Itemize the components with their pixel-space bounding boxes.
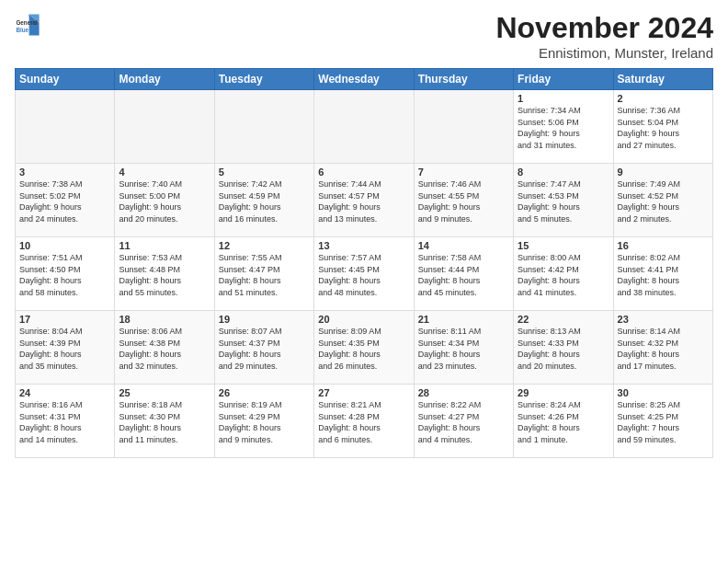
month-title: November 2024 — [495, 11, 713, 45]
day-info: Sunrise: 8:04 AM Sunset: 4:39 PM Dayligh… — [19, 326, 110, 372]
day-info: Sunrise: 7:47 AM Sunset: 4:53 PM Dayligh… — [518, 178, 609, 224]
day-number: 26 — [219, 387, 310, 398]
day-number: 8 — [518, 167, 609, 178]
day-info: Sunrise: 8:19 AM Sunset: 4:29 PM Dayligh… — [219, 399, 310, 445]
logo-icon: General Blue — [15, 11, 40, 37]
cell-w3-d6: 23Sunrise: 8:14 AM Sunset: 4:32 PM Dayli… — [613, 311, 712, 385]
day-info: Sunrise: 7:44 AM Sunset: 4:57 PM Dayligh… — [318, 178, 409, 224]
day-number: 15 — [518, 240, 609, 251]
day-number: 23 — [618, 314, 709, 325]
day-info: Sunrise: 8:21 AM Sunset: 4:28 PM Dayligh… — [318, 399, 409, 445]
day-number: 30 — [618, 387, 709, 398]
header-wednesday: Wednesday — [314, 69, 414, 90]
calendar-table: Sunday Monday Tuesday Wednesday Thursday… — [15, 68, 713, 458]
day-info: Sunrise: 8:22 AM Sunset: 4:27 PM Dayligh… — [418, 399, 509, 445]
cell-w4-d4: 28Sunrise: 8:22 AM Sunset: 4:27 PM Dayli… — [414, 385, 513, 458]
day-number: 24 — [19, 387, 110, 398]
day-number: 27 — [318, 387, 409, 398]
cell-w2-d6: 16Sunrise: 8:02 AM Sunset: 4:41 PM Dayli… — [613, 237, 712, 311]
day-number: 22 — [518, 314, 609, 325]
day-info: Sunrise: 7:46 AM Sunset: 4:55 PM Dayligh… — [418, 178, 509, 224]
day-number: 7 — [418, 167, 509, 178]
cell-w1-d5: 8Sunrise: 7:47 AM Sunset: 4:53 PM Daylig… — [514, 164, 613, 237]
cell-w0-d3 — [314, 90, 414, 164]
cell-w2-d0: 10Sunrise: 7:51 AM Sunset: 4:50 PM Dayli… — [16, 237, 115, 311]
cell-w3-d0: 17Sunrise: 8:04 AM Sunset: 4:39 PM Dayli… — [16, 311, 115, 385]
header-friday: Friday — [514, 69, 613, 90]
cell-w4-d1: 25Sunrise: 8:18 AM Sunset: 4:30 PM Dayli… — [115, 385, 214, 458]
cell-w1-d6: 9Sunrise: 7:49 AM Sunset: 4:52 PM Daylig… — [613, 164, 712, 237]
cell-w0-d1 — [115, 90, 214, 164]
cell-w4-d3: 27Sunrise: 8:21 AM Sunset: 4:28 PM Dayli… — [314, 385, 414, 458]
week-row-1: 3Sunrise: 7:38 AM Sunset: 5:02 PM Daylig… — [16, 164, 713, 237]
day-number: 10 — [19, 240, 110, 251]
cell-w4-d0: 24Sunrise: 8:16 AM Sunset: 4:31 PM Dayli… — [16, 385, 115, 458]
cell-w1-d3: 6Sunrise: 7:44 AM Sunset: 4:57 PM Daylig… — [314, 164, 414, 237]
day-number: 25 — [119, 387, 210, 398]
day-info: Sunrise: 8:13 AM Sunset: 4:33 PM Dayligh… — [518, 326, 609, 372]
day-info: Sunrise: 8:16 AM Sunset: 4:31 PM Dayligh… — [19, 399, 110, 445]
day-number: 18 — [119, 314, 210, 325]
day-info: Sunrise: 8:14 AM Sunset: 4:32 PM Dayligh… — [618, 326, 709, 372]
day-number: 6 — [318, 167, 409, 178]
cell-w0-d6: 2Sunrise: 7:36 AM Sunset: 5:04 PM Daylig… — [613, 90, 712, 164]
cell-w2-d5: 15Sunrise: 8:00 AM Sunset: 4:42 PM Dayli… — [514, 237, 613, 311]
cell-w3-d5: 22Sunrise: 8:13 AM Sunset: 4:33 PM Dayli… — [514, 311, 613, 385]
day-number: 21 — [418, 314, 509, 325]
header: General Blue November 2024 Ennistimon, M… — [15, 11, 713, 61]
cell-w3-d2: 19Sunrise: 8:07 AM Sunset: 4:37 PM Dayli… — [214, 311, 313, 385]
day-info: Sunrise: 7:53 AM Sunset: 4:48 PM Dayligh… — [119, 252, 210, 298]
logo: General Blue — [15, 11, 40, 37]
cell-w3-d1: 18Sunrise: 8:06 AM Sunset: 4:38 PM Dayli… — [115, 311, 214, 385]
day-number: 28 — [418, 387, 509, 398]
cell-w4-d2: 26Sunrise: 8:19 AM Sunset: 4:29 PM Dayli… — [214, 385, 313, 458]
week-row-0: 1Sunrise: 7:34 AM Sunset: 5:06 PM Daylig… — [16, 90, 713, 164]
day-info: Sunrise: 7:42 AM Sunset: 4:59 PM Dayligh… — [219, 178, 310, 224]
cell-w4-d6: 30Sunrise: 8:25 AM Sunset: 4:25 PM Dayli… — [613, 385, 712, 458]
header-sunday: Sunday — [16, 69, 115, 90]
day-info: Sunrise: 8:07 AM Sunset: 4:37 PM Dayligh… — [219, 326, 310, 372]
day-number: 16 — [618, 240, 709, 251]
day-info: Sunrise: 7:40 AM Sunset: 5:00 PM Dayligh… — [119, 178, 210, 224]
day-number: 29 — [518, 387, 609, 398]
day-number: 3 — [19, 167, 110, 178]
day-number: 17 — [19, 314, 110, 325]
subtitle: Ennistimon, Munster, Ireland — [495, 45, 713, 61]
day-info: Sunrise: 8:11 AM Sunset: 4:34 PM Dayligh… — [418, 326, 509, 372]
day-info: Sunrise: 8:09 AM Sunset: 4:35 PM Dayligh… — [318, 326, 409, 372]
day-number: 19 — [219, 314, 310, 325]
header-tuesday: Tuesday — [214, 69, 313, 90]
cell-w0-d5: 1Sunrise: 7:34 AM Sunset: 5:06 PM Daylig… — [514, 90, 613, 164]
day-number: 2 — [618, 93, 709, 104]
day-info: Sunrise: 8:02 AM Sunset: 4:41 PM Dayligh… — [618, 252, 709, 298]
header-monday: Monday — [115, 69, 214, 90]
cell-w4-d5: 29Sunrise: 8:24 AM Sunset: 4:26 PM Dayli… — [514, 385, 613, 458]
day-number: 20 — [318, 314, 409, 325]
day-number: 4 — [119, 167, 210, 178]
day-info: Sunrise: 8:06 AM Sunset: 4:38 PM Dayligh… — [119, 326, 210, 372]
day-number: 14 — [418, 240, 509, 251]
weekday-header-row: Sunday Monday Tuesday Wednesday Thursday… — [16, 69, 713, 90]
cell-w1-d4: 7Sunrise: 7:46 AM Sunset: 4:55 PM Daylig… — [414, 164, 513, 237]
cell-w0-d4 — [414, 90, 513, 164]
cell-w2-d2: 12Sunrise: 7:55 AM Sunset: 4:47 PM Dayli… — [214, 237, 313, 311]
week-row-2: 10Sunrise: 7:51 AM Sunset: 4:50 PM Dayli… — [16, 237, 713, 311]
day-number: 12 — [219, 240, 310, 251]
day-info: Sunrise: 7:34 AM Sunset: 5:06 PM Dayligh… — [518, 105, 609, 151]
day-info: Sunrise: 7:55 AM Sunset: 4:47 PM Dayligh… — [219, 252, 310, 298]
day-info: Sunrise: 8:25 AM Sunset: 4:25 PM Dayligh… — [618, 399, 709, 445]
title-block: November 2024 Ennistimon, Munster, Irela… — [495, 11, 713, 61]
cell-w1-d0: 3Sunrise: 7:38 AM Sunset: 5:02 PM Daylig… — [16, 164, 115, 237]
day-info: Sunrise: 7:49 AM Sunset: 4:52 PM Dayligh… — [618, 178, 709, 224]
day-info: Sunrise: 7:57 AM Sunset: 4:45 PM Dayligh… — [318, 252, 409, 298]
day-info: Sunrise: 7:38 AM Sunset: 5:02 PM Dayligh… — [19, 178, 110, 224]
day-info: Sunrise: 8:24 AM Sunset: 4:26 PM Dayligh… — [518, 399, 609, 445]
page: General Blue November 2024 Ennistimon, M… — [0, 0, 728, 563]
day-info: Sunrise: 8:00 AM Sunset: 4:42 PM Dayligh… — [518, 252, 609, 298]
cell-w0-d2 — [214, 90, 313, 164]
day-info: Sunrise: 7:58 AM Sunset: 4:44 PM Dayligh… — [418, 252, 509, 298]
day-number: 5 — [219, 167, 310, 178]
day-number: 11 — [119, 240, 210, 251]
day-info: Sunrise: 8:18 AM Sunset: 4:30 PM Dayligh… — [119, 399, 210, 445]
cell-w3-d3: 20Sunrise: 8:09 AM Sunset: 4:35 PM Dayli… — [314, 311, 414, 385]
